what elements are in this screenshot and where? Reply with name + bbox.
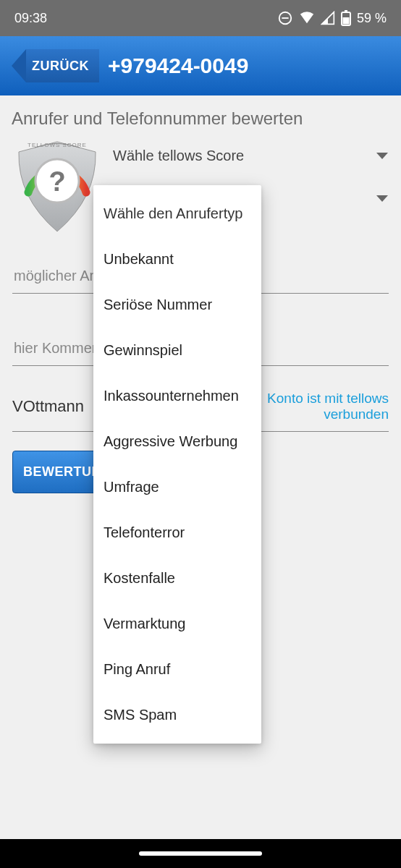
phone-number-title: +979424-0049 [108, 54, 248, 78]
dropdown-header[interactable]: Wähle den Anrufertyp [93, 191, 261, 237]
back-button-label[interactable]: ZURÜCK [26, 49, 99, 82]
signal-icon [321, 11, 335, 25]
dropdown-option[interactable]: Seriöse Nummer [93, 282, 261, 328]
wifi-icon [299, 10, 315, 26]
status-bar: 09:38 59 % [0, 0, 401, 36]
svg-rect-4 [342, 17, 349, 25]
app-bar: ZURÜCK +979424-0049 [0, 36, 401, 95]
dropdown-option[interactable]: Aggressive Werbung [93, 419, 261, 464]
status-time: 09:38 [14, 11, 47, 26]
nav-handle[interactable] [139, 851, 262, 856]
back-button[interactable]: ZURÜCK [12, 49, 99, 82]
score-select[interactable]: Wähle tellows Score [113, 143, 391, 169]
chevron-down-icon [376, 153, 388, 159]
dropdown-option[interactable]: Kostenfalle [93, 556, 261, 601]
status-right: 59 % [277, 10, 387, 26]
dropdown-option[interactable]: Telefonterror [93, 510, 261, 556]
battery-icon [341, 10, 351, 26]
dropdown-option[interactable]: Unbekannt [93, 237, 261, 282]
dropdown-option[interactable]: SMS Spam [93, 692, 261, 738]
dnd-icon [277, 10, 293, 26]
dropdown-option[interactable]: Vermarktung [93, 601, 261, 647]
svg-text:?: ? [48, 166, 65, 197]
tellows-score-badge: ? TELLOWS SCORE [10, 136, 104, 237]
battery-percent: 59 % [357, 11, 387, 26]
back-arrow-icon [12, 49, 26, 82]
dropdown-option[interactable]: Ping Anruf [93, 647, 261, 692]
score-select-label: Wähle tellows Score [113, 148, 244, 164]
chevron-down-icon [376, 195, 388, 202]
svg-text:TELLOWS SCORE: TELLOWS SCORE [28, 142, 87, 148]
dropdown-option[interactable]: Gewinnspiel [93, 328, 261, 373]
dropdown-option[interactable]: Umfrage [93, 464, 261, 510]
caller-type-dropdown[interactable]: Wähle den Anrufertyp Unbekannt Seriöse N… [93, 185, 261, 744]
page-heading: Anrufer und Telefonnummer bewerten [12, 109, 391, 129]
svg-rect-3 [345, 10, 347, 12]
nav-bar [0, 839, 401, 868]
dropdown-option[interactable]: Inkassounternehmen [93, 373, 261, 419]
